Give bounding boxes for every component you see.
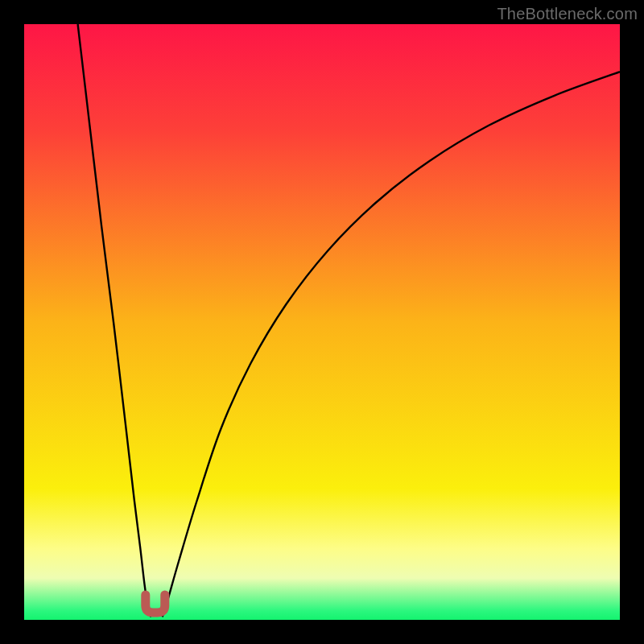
plot-area <box>24 24 620 620</box>
chart-frame: TheBottleneck.com <box>0 0 644 644</box>
watermark-text: TheBottleneck.com <box>497 5 638 23</box>
chart-svg <box>24 24 620 620</box>
